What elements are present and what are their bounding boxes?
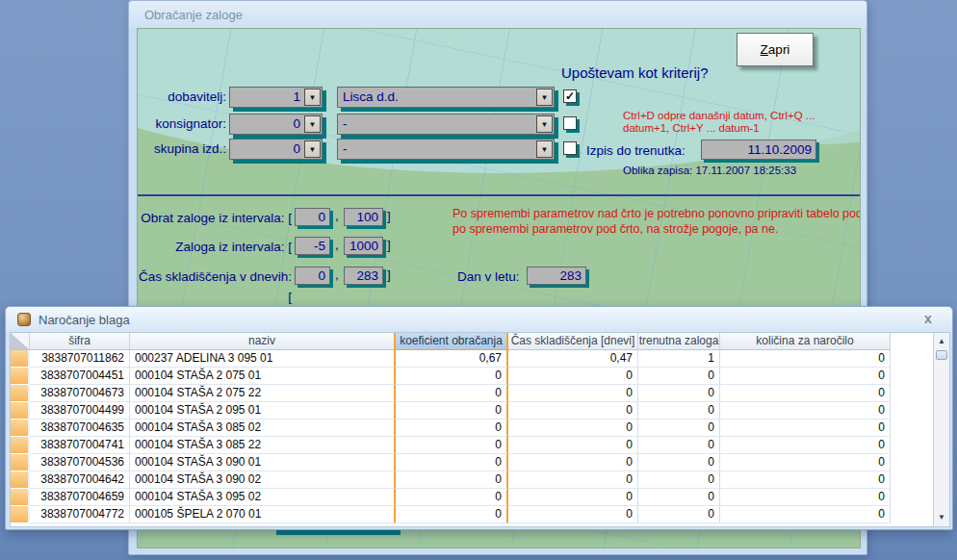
row-marker[interactable] <box>11 454 30 471</box>
table-row[interactable]: 3838707004673000104 STAŠA 2 075 220000 <box>11 385 935 402</box>
close-icon[interactable]: x <box>920 311 936 326</box>
column-header-cas-skladiscenja[interactable]: Čas skladiščenja [dnevi] <box>508 333 638 350</box>
table-cell[interactable]: 000104 STAŠA 3 095 02 <box>130 489 394 506</box>
table-cell[interactable]: 000105 ŠPELA 2 070 01 <box>130 506 394 523</box>
table-cell[interactable]: 000104 STAŠA 2 075 22 <box>130 385 394 402</box>
table-row[interactable]: 3838707004536000104 STAŠA 3 090 010000 <box>11 454 935 471</box>
row-marker[interactable] <box>11 437 30 454</box>
chevron-down-icon[interactable]: ▼ <box>536 140 553 158</box>
table-cell[interactable]: 0 <box>720 402 891 420</box>
table-cell[interactable]: 3838707004451 <box>30 368 130 385</box>
table-cell[interactable]: 0 <box>638 471 720 489</box>
table-cell[interactable]: 3838707004772 <box>30 506 130 523</box>
table-cell[interactable]: 0 <box>638 437 720 454</box>
table-cell[interactable]: 0 <box>508 471 638 489</box>
titlebar[interactable]: Obračanje zaloge <box>129 1 866 28</box>
table-cell[interactable]: 3838707004659 <box>30 489 130 506</box>
table-cell[interactable]: 0 <box>508 489 638 506</box>
zaloga-from-field[interactable]: -5 <box>295 237 330 255</box>
table-cell[interactable]: 0 <box>720 489 891 506</box>
table-row[interactable]: 3838707004451000104 STAŠA 2 075 010000 <box>11 368 935 385</box>
row-marker[interactable] <box>11 506 30 523</box>
table-cell[interactable]: 3838707004635 <box>30 420 130 437</box>
table-cell[interactable]: 0 <box>508 420 638 437</box>
table-cell[interactable]: 0 <box>720 368 891 385</box>
column-header-kolicina[interactable]: količina za naročilo <box>720 333 891 350</box>
table-cell[interactable]: 0 <box>394 385 508 402</box>
table-row[interactable]: 3838707004741000104 STAŠA 3 085 220000 <box>11 437 935 454</box>
zapri-close-button[interactable]: Zapri <box>737 33 814 66</box>
table-cell[interactable]: 0 <box>508 437 638 454</box>
table-cell[interactable]: 0 <box>638 454 720 471</box>
table-cell[interactable]: 3838707004499 <box>30 402 130 420</box>
table-cell[interactable]: 0 <box>394 437 508 454</box>
table-cell[interactable]: 0 <box>508 385 638 402</box>
table-cell[interactable]: 000237 ADELINA 3 095 01 <box>130 350 394 368</box>
obrat-to-field[interactable]: 100 <box>344 208 383 226</box>
table-cell[interactable]: 000104 STAŠA 3 085 02 <box>130 420 394 437</box>
row-marker[interactable] <box>11 420 30 437</box>
table-cell[interactable]: 3838707004536 <box>30 454 130 471</box>
konsignator-name-combobox[interactable]: - ▼ <box>337 114 555 135</box>
scroll-up-icon[interactable]: ▲ <box>934 334 949 349</box>
dobavitelj-name-combobox[interactable]: Lisca d.d. ▼ <box>337 87 555 108</box>
table-cell[interactable]: 0 <box>638 385 720 402</box>
table-cell[interactable]: 0 <box>720 454 891 471</box>
table-row[interactable]: 3838707004642000104 STAŠA 3 090 020000 <box>11 471 935 489</box>
table-cell[interactable]: 0 <box>638 489 720 506</box>
table-cell[interactable]: 0 <box>638 368 720 385</box>
cas-from-field[interactable]: 0 <box>295 267 330 285</box>
table-cell[interactable]: 0 <box>720 385 891 402</box>
konsignator-criteria-checkbox[interactable] <box>563 116 577 130</box>
table-cell[interactable]: 0 <box>720 420 891 437</box>
chevron-down-icon[interactable]: ▼ <box>304 89 321 106</box>
skupina-criteria-checkbox[interactable] <box>563 141 577 155</box>
table-cell[interactable]: 0 <box>394 402 508 420</box>
konsignator-code-combobox[interactable]: 0 ▼ <box>229 114 323 135</box>
chevron-down-icon[interactable]: ▼ <box>304 115 321 133</box>
table-cell[interactable]: 000104 STAŠA 3 090 02 <box>130 471 394 489</box>
scrollbar-thumb[interactable] <box>936 350 947 360</box>
table-cell[interactable]: 0 <box>638 506 720 523</box>
table-cell[interactable]: 0 <box>508 506 638 523</box>
row-marker[interactable] <box>11 350 30 368</box>
chevron-down-icon[interactable]: ▼ <box>304 140 321 158</box>
table-cell[interactable]: 1 <box>638 350 720 368</box>
chevron-down-icon[interactable]: ▼ <box>536 115 553 133</box>
table-cell[interactable]: 3838707004673 <box>30 385 130 402</box>
row-marker[interactable] <box>11 402 30 420</box>
table-row[interactable]: 3838707004659000104 STAŠA 3 095 020000 <box>11 489 935 506</box>
table-cell[interactable]: 0 <box>508 454 638 471</box>
table-row[interactable]: 3838707004635000104 STAŠA 3 085 020000 <box>11 420 935 437</box>
row-marker[interactable] <box>11 368 30 385</box>
table-cell[interactable]: 0 <box>720 471 891 489</box>
table-cell[interactable]: 000104 STAŠA 3 090 01 <box>130 454 394 471</box>
table-row[interactable]: 3838707004772000105 ŠPELA 2 070 010000 <box>11 506 935 523</box>
vertical-scrollbar[interactable]: ▲ ▼ <box>933 333 949 526</box>
table-cell[interactable]: 0 <box>508 402 638 420</box>
table-cell[interactable]: 0 <box>720 350 891 368</box>
row-marker[interactable] <box>11 385 30 402</box>
obrat-from-field[interactable]: 0 <box>295 208 330 226</box>
skupina-name-combobox[interactable]: - ▼ <box>337 139 555 160</box>
table-cell[interactable]: 000104 STAŠA 3 085 22 <box>130 437 394 454</box>
table-cell[interactable]: 0,67 <box>394 350 508 368</box>
table-cell[interactable]: 3838707004642 <box>30 471 130 489</box>
row-marker[interactable] <box>11 471 30 489</box>
table-cell[interactable]: 000104 STAŠA 2 095 01 <box>130 402 394 420</box>
cas-to-field[interactable]: 283 <box>344 267 383 285</box>
table-cell[interactable]: 0 <box>720 437 891 454</box>
table-cell[interactable]: 0 <box>394 368 508 385</box>
table-cell[interactable]: 3838707011862 <box>30 350 130 368</box>
scroll-down-icon[interactable]: ▼ <box>934 510 949 525</box>
titlebar[interactable]: Naročanje blaga x <box>6 307 952 332</box>
dobavitelj-criteria-checkbox[interactable]: ✓ <box>563 89 577 103</box>
chevron-down-icon[interactable]: ▼ <box>536 89 553 106</box>
table-cell[interactable]: 0 <box>394 506 508 523</box>
table-row[interactable]: 3838707011862000237 ADELINA 3 095 010,67… <box>11 350 935 368</box>
table-cell[interactable]: 0 <box>720 506 891 523</box>
column-header-sifra[interactable]: šifra <box>30 333 130 350</box>
izpis-do-trenutka-field[interactable]: 11.10.2009 <box>701 140 816 160</box>
table-cell[interactable]: 0 <box>508 368 638 385</box>
table-cell[interactable]: 0 <box>638 420 720 437</box>
